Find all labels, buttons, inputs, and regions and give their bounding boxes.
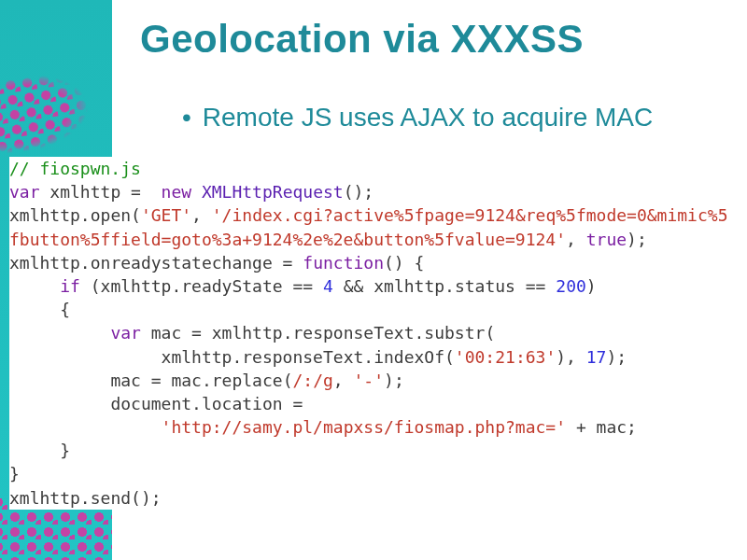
id-location: location <box>202 394 283 413</box>
m-onreadystatechange: onreadystatechange <box>91 253 273 273</box>
kw-var: var <box>9 182 40 202</box>
m-open: open <box>91 205 131 225</box>
code-block: // fiospwn.js var xmlhttp = new XMLHttpR… <box>9 157 738 510</box>
m-indexof: indexOf <box>374 347 444 367</box>
id-mac: mac <box>151 323 182 343</box>
kw-function: function <box>303 253 384 273</box>
id-xmlhttp: xmlhttp <box>49 182 120 202</box>
m-replace: replace <box>212 371 283 390</box>
code-comment: // fiospwn.js <box>9 159 141 178</box>
num-17: 17 <box>586 347 607 367</box>
m-status: status <box>455 276 515 296</box>
bullet-dot-icon: • <box>182 105 191 131</box>
str-macprefix: '00:21:63' <box>455 347 556 367</box>
str-dash: '-' <box>354 371 385 390</box>
m-responsetext: responseText <box>292 323 414 343</box>
num-200: 200 <box>556 276 586 296</box>
decor-dots-top <box>0 62 112 164</box>
regex-colon: /:/g <box>292 371 332 390</box>
str-mapurl: 'http://samy.pl/mapxss/fiosmap.php?mac=' <box>162 417 566 437</box>
str-get: 'GET' <box>141 205 191 225</box>
kw-true: true <box>586 230 627 249</box>
bullet-text: Remote JS uses AJAX to acquire MAC <box>203 103 653 133</box>
m-readystate: readyState <box>181 276 282 296</box>
m-send: send <box>91 488 131 508</box>
kw-if: if <box>60 276 80 296</box>
bullet-item: • Remote JS uses AJAX to acquire MAC <box>182 103 653 133</box>
num-4: 4 <box>323 276 333 296</box>
kw-new: new <box>162 182 192 202</box>
m-substr: substr <box>424 323 485 343</box>
id-document: document <box>110 394 191 413</box>
slide-title: Geolocation via XXXSS <box>140 17 584 62</box>
slide: Geolocation via XXXSS • Remote JS uses A… <box>0 0 747 560</box>
cls-xmlhttprequest: XMLHttpRequest <box>202 182 344 202</box>
